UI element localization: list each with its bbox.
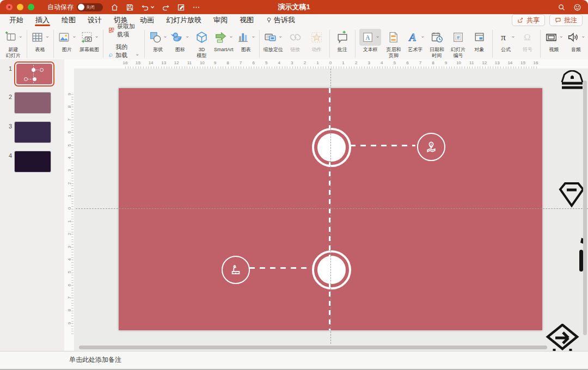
- new-comment-button[interactable]: 批注: [332, 28, 353, 53]
- new-slide-button[interactable]: ⌄ 新建幻灯片: [2, 28, 24, 59]
- calendar-clock-icon: [430, 30, 444, 44]
- action-star-icon: [310, 30, 323, 44]
- diamond-arrow-icon[interactable]: [546, 324, 579, 351]
- autosave-toggle[interactable]: 关闭: [77, 3, 103, 11]
- machine-circle[interactable]: [222, 256, 250, 284]
- milestone-circle-bottom[interactable]: [312, 250, 351, 289]
- zoom-links-button[interactable]: ⌄ 缩放定位: [262, 28, 285, 53]
- shapes-icon: [149, 30, 162, 44]
- search-icon[interactable]: [558, 3, 566, 11]
- bar-chart-icon: [236, 30, 250, 44]
- audio-speaker-icon: [566, 30, 580, 44]
- horizontal-scrollbar[interactable]: [79, 346, 547, 349]
- icons-button[interactable]: ⌄ 图标: [169, 28, 191, 53]
- comments-button[interactable]: 批注: [549, 14, 583, 26]
- vertical-guide: [330, 69, 331, 344]
- header-footer-button[interactable]: 页眉和页脚: [383, 28, 404, 59]
- slide-thumbnail-panel: 1 2 3: [0, 59, 64, 370]
- slide-thumbnail-2[interactable]: [14, 92, 51, 114]
- screenshot-button[interactable]: ⌄ 屏幕截图: [78, 28, 101, 53]
- chevron-down-icon: ⌄: [278, 34, 283, 39]
- powerpoint-window: 自动保存 关闭 演示文稿1 开始 插入 绘图 设计 切换: [0, 0, 588, 370]
- milestone-circle-top[interactable]: [312, 128, 351, 167]
- chart-button[interactable]: ⌄ 图表: [235, 28, 257, 53]
- textbox-icon: A: [361, 30, 375, 44]
- textbox-button[interactable]: A ⌄ 文本框: [358, 28, 383, 53]
- tab-home[interactable]: 开始: [3, 14, 29, 26]
- slide-thumbnail-1[interactable]: [14, 61, 54, 87]
- tab-tell-me[interactable]: 告诉我: [260, 14, 301, 26]
- slide-thumbnail-3[interactable]: [14, 121, 51, 143]
- map-pin-circle[interactable]: [417, 133, 445, 161]
- autosave-label: 自动保存: [47, 3, 74, 12]
- save-icon[interactable]: [126, 3, 134, 11]
- undo-icon[interactable]: [141, 3, 149, 11]
- my-addins-icon: [108, 51, 113, 59]
- object-button[interactable]: 对象: [469, 28, 490, 53]
- vertical-scrollbar[interactable]: [583, 81, 587, 335]
- chevron-down-icon: ⌄: [72, 34, 76, 39]
- tab-view[interactable]: 视图: [234, 14, 260, 26]
- connector-dash-top[interactable]: [350, 145, 415, 146]
- more-icon[interactable]: [192, 3, 200, 11]
- shapes-button[interactable]: ⌄ 形状: [147, 28, 169, 53]
- minimize-button[interactable]: [17, 4, 23, 10]
- vertical-ruler-numbers: 9876543210123456789: [64, 89, 74, 329]
- slide-number-icon: #: [451, 30, 465, 44]
- comment-bubble-icon: [555, 17, 561, 23]
- notes-pane[interactable]: 单击此处添加备注: [0, 351, 588, 370]
- svg-text:Ω: Ω: [524, 32, 531, 42]
- wordart-button[interactable]: A ⌄ 艺术字: [404, 28, 426, 53]
- smartart-icon: [214, 30, 228, 44]
- slide1-mini-diagram: [16, 64, 52, 84]
- horizontal-ruler-numbers: 1615141312111098765432101234567891011121…: [120, 60, 541, 65]
- slide-number-label: 4: [0, 151, 12, 159]
- crown-icon[interactable]: [560, 70, 585, 93]
- close-button[interactable]: [6, 4, 13, 10]
- edit-document-icon[interactable]: [177, 3, 185, 11]
- ribbon-tab-bar: 开始 插入 绘图 设计 切换 动画 幻灯片放映 审阅 视图 告诉我 共享 批注: [0, 14, 588, 26]
- table-button[interactable]: ⌄ 表格: [29, 28, 51, 53]
- pictures-button[interactable]: ⌄ 图片: [56, 28, 78, 53]
- feedback-smiley-icon[interactable]: [573, 3, 581, 11]
- tab-design[interactable]: 设计: [82, 14, 108, 26]
- object-icon: [473, 30, 486, 44]
- chevron-down-icon: ⌄: [581, 34, 585, 39]
- editing-canvas: [74, 69, 588, 351]
- chevron-down-icon: ⌄: [45, 34, 50, 39]
- chevron-down-icon: ⌄: [376, 34, 380, 39]
- audio-button[interactable]: ⌄ 音频: [565, 28, 587, 53]
- notes-placeholder: 单击此处添加备注: [69, 355, 121, 365]
- slide-number-label: 2: [0, 92, 12, 100]
- equation-button[interactable]: π ⌄ 公式: [495, 28, 517, 53]
- chevron-down-icon: ⌄: [185, 34, 189, 39]
- tab-draw[interactable]: 绘图: [56, 14, 82, 26]
- chevron-down-icon: ⌄: [95, 34, 99, 39]
- chevron-down-icon: ⌄: [136, 52, 140, 57]
- get-addins-button[interactable]: 获取加载项: [108, 22, 140, 39]
- machine-icon: [228, 262, 243, 278]
- tab-slideshow[interactable]: 幻灯片放映: [160, 14, 207, 26]
- map-pin-icon: [424, 139, 439, 155]
- zoom-position-icon: [264, 30, 277, 44]
- svg-text:A: A: [365, 34, 370, 41]
- zoom-window-button[interactable]: [28, 4, 34, 10]
- 3d-models-button[interactable]: 3D模型: [191, 28, 212, 59]
- slide-number-button[interactable]: # 幻灯片编号: [448, 28, 469, 59]
- date-time-button[interactable]: 日期和时间: [426, 28, 448, 59]
- symbol-button: Ω 符号: [517, 28, 538, 53]
- share-button[interactable]: 共享: [512, 14, 545, 26]
- tab-review[interactable]: 审阅: [207, 14, 234, 26]
- slide-thumbnail-4[interactable]: [14, 151, 51, 172]
- slide-number-label: 1: [0, 64, 12, 72]
- connector-dash-bottom[interactable]: [249, 267, 309, 269]
- home-icon[interactable]: [111, 3, 119, 11]
- undo-chevron-icon[interactable]: [150, 5, 155, 9]
- smartart-button[interactable]: ⌄ SmartArt: [212, 28, 235, 53]
- tab-insert[interactable]: 插入: [29, 14, 56, 26]
- svg-text:A: A: [408, 31, 416, 43]
- autosave-state: 关闭: [86, 4, 95, 10]
- redo-icon[interactable]: [162, 3, 170, 11]
- gem-icon[interactable]: [559, 181, 585, 208]
- video-button[interactable]: ⌄ 视频: [543, 28, 565, 53]
